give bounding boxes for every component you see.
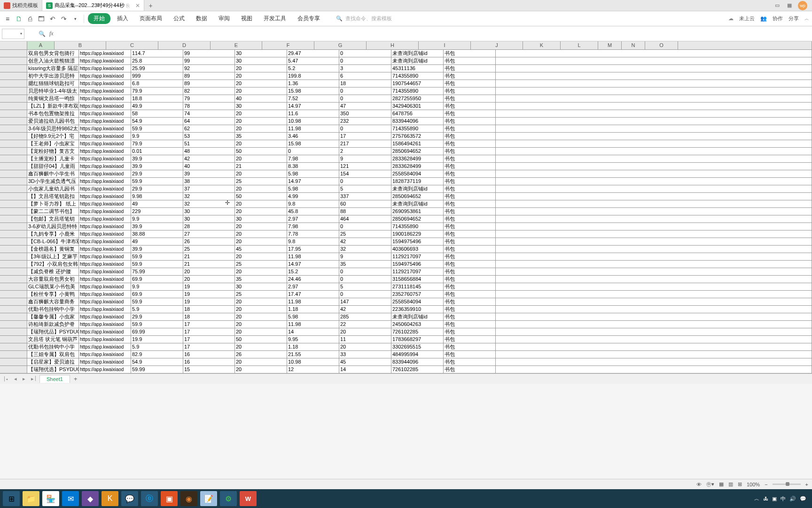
cell[interactable]: 4.99 <box>287 193 339 200</box>
cell[interactable]: https://app.kwaixiaod <box>79 321 131 328</box>
table-row[interactable]: 【启星家】爱贝迪拉https://app.kwaixiaod54.9162010… <box>0 358 812 366</box>
cell[interactable]: 未查询到店铺id <box>391 200 444 207</box>
col-header-L[interactable]: L <box>561 41 598 49</box>
zoom-out-button[interactable]: − <box>765 482 767 487</box>
cell[interactable]: 21.55 <box>287 351 339 358</box>
cell[interactable]: 59.9 <box>131 253 183 260</box>
sheet-nav-prev[interactable]: ◂ <box>11 376 20 382</box>
close-icon[interactable]: ✕ <box>135 2 140 9</box>
cell[interactable]: 714355890 <box>391 125 444 132</box>
cell[interactable]: 1900186229 <box>391 230 444 238</box>
cell[interactable]: 书包 <box>444 336 496 343</box>
cell[interactable]: 0 <box>339 291 391 298</box>
cell[interactable]: 3158656884 <box>391 276 444 283</box>
formula-input[interactable] <box>56 29 812 39</box>
cell[interactable]: 书包 <box>444 125 496 132</box>
table-row[interactable]: 大容量双肩包男女初https://app.kwaixiaod69.9203524… <box>0 276 812 283</box>
cell[interactable]: 30 <box>235 215 287 222</box>
cell[interactable]: 20 <box>235 321 287 328</box>
cell[interactable]: 15.98 <box>287 140 339 147</box>
cell[interactable]: 47 <box>339 103 391 110</box>
cell[interactable]: 9 <box>339 253 391 260</box>
cell[interactable]: 11 <box>339 336 391 343</box>
cell[interactable]: https://app.kwaixiaod <box>79 298 131 305</box>
cell[interactable]: 书包 <box>444 72 496 79</box>
cell[interactable]: 书包 <box>444 306 496 313</box>
cell[interactable]: 14.97 <box>287 103 339 110</box>
cell[interactable]: 5.98 <box>287 185 339 192</box>
cell[interactable]: 32 <box>183 193 235 200</box>
view-normal-icon[interactable]: ▦ <box>719 481 724 487</box>
new-tab-button[interactable]: + <box>144 2 157 9</box>
cell[interactable]: 2558584094 <box>391 170 444 177</box>
row-header[interactable] <box>0 336 27 343</box>
cell[interactable]: https://app.kwaixiaod <box>79 178 131 185</box>
cell[interactable]: 18 <box>183 306 235 313</box>
cell[interactable]: 【】文昌塔笔钥匙扣 <box>27 193 79 200</box>
cell[interactable]: 20 <box>235 80 287 87</box>
menu-view[interactable]: 视图 <box>236 13 257 24</box>
cell[interactable]: 40 <box>183 163 235 170</box>
cell[interactable]: https://app.kwaixiaod <box>79 306 131 313</box>
cell[interactable]: https://app.kwaixiaod <box>79 155 131 162</box>
cell[interactable]: 0 <box>339 125 391 132</box>
cell[interactable]: 25.8 <box>131 57 183 64</box>
zoom-slider[interactable] <box>773 484 801 485</box>
cell[interactable]: 18.8 <box>131 95 183 102</box>
table-row[interactable]: 【粉丝专享】小黄鸭https://app.kwaixiaod69.9192517… <box>0 291 812 298</box>
table-row[interactable]: 【好物9.9元2个】宅https://app.kwaixiaod9.953353… <box>0 133 812 140</box>
view-page-icon[interactable]: ▥ <box>728 481 733 487</box>
table-row[interactable]: 【瑞翔优品】PSYDUChttps://app.kwaixiaod69.9917… <box>0 328 812 336</box>
cell[interactable]: 24.46 <box>287 276 339 283</box>
cell[interactable]: 20 <box>183 268 235 275</box>
cell[interactable]: https://app.kwaixiaod <box>79 110 131 117</box>
chevron-up-icon[interactable]: ︿ <box>804 16 809 22</box>
col-header-N[interactable]: N <box>622 41 645 49</box>
col-header-F[interactable]: F <box>262 41 314 49</box>
cell[interactable]: 2 <box>339 148 391 155</box>
cell[interactable]: 37 <box>183 185 235 192</box>
cell[interactable]: 9.8 <box>287 200 339 207</box>
row-header[interactable] <box>0 283 27 290</box>
cell[interactable]: 79.9 <box>131 140 183 147</box>
cell[interactable]: 20 <box>235 230 287 238</box>
row-header[interactable] <box>0 170 27 177</box>
cell[interactable]: 833944096 <box>391 358 444 365</box>
cell[interactable]: 书包 <box>444 223 496 230</box>
tray-notify-icon[interactable]: 💬 <box>800 496 806 502</box>
table-row[interactable]: 爱贝迪拉幼儿园书包https://app.kwaixiaod54.9642010… <box>0 118 812 125</box>
cell[interactable]: 未查询到店铺id <box>391 185 444 192</box>
cell[interactable]: 优勤书包挂钩中小学 <box>27 343 79 350</box>
cell[interactable]: 30 <box>235 50 287 57</box>
row-header[interactable] <box>0 125 27 132</box>
row-header[interactable] <box>0 148 27 155</box>
cell[interactable]: 17 <box>183 336 235 343</box>
cell[interactable]: 书包 <box>444 200 496 207</box>
cell[interactable]: 999 <box>131 72 183 79</box>
menu-insert[interactable]: 插入 <box>112 13 133 24</box>
cell[interactable]: 3302695515 <box>391 343 444 350</box>
cell[interactable]: 39.9 <box>131 246 183 253</box>
cell[interactable]: 25 <box>235 178 287 185</box>
row-header[interactable] <box>0 351 27 358</box>
cell[interactable]: 书包 <box>444 95 496 102</box>
cell[interactable]: 18 <box>183 313 235 320</box>
add-sheet-button[interactable]: + <box>70 375 81 382</box>
table-row[interactable]: 【792】小双肩包女韩https://app.kwaixiaod59.92125… <box>0 261 812 268</box>
cell[interactable]: 89 <box>183 72 235 79</box>
row-header[interactable] <box>0 200 27 207</box>
cell[interactable]: 大容量双肩包男女初 <box>27 276 79 283</box>
menu-data[interactable]: 数据 <box>191 13 212 24</box>
cell[interactable]: 未查询到店铺id <box>391 57 444 64</box>
cell[interactable]: https://app.kwaixiaod <box>79 230 131 238</box>
cell[interactable]: 50 <box>235 193 287 200</box>
cell[interactable]: 书包 <box>444 358 496 365</box>
cell[interactable]: 12 <box>287 366 339 373</box>
cell[interactable]: 1594975496 <box>391 261 444 268</box>
cell[interactable]: 49 <box>131 238 183 245</box>
cell[interactable]: 书包 <box>444 230 496 238</box>
cell[interactable]: https://app.kwaixiaod <box>79 103 131 110</box>
menu-icon[interactable]: ≡ <box>3 14 12 24</box>
cell[interactable]: 484995994 <box>391 351 444 358</box>
table-row[interactable]: 贝思特毕业1-4年级太https://app.kwaixiaod79.98220… <box>0 87 812 95</box>
